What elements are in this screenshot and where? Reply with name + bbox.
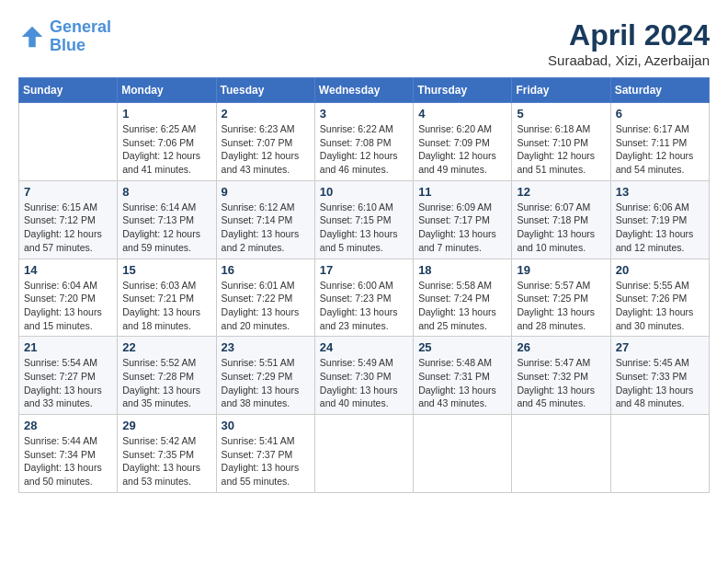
weekday-header-wednesday: Wednesday bbox=[314, 78, 413, 103]
calendar-cell: 15Sunrise: 6:03 AM Sunset: 7:21 PM Dayli… bbox=[118, 259, 216, 337]
day-number: 4 bbox=[418, 107, 506, 121]
calendar-cell: 1Sunrise: 6:25 AM Sunset: 7:06 PM Daylig… bbox=[118, 103, 216, 181]
day-number: 16 bbox=[222, 263, 310, 277]
logo-line1: General bbox=[50, 17, 111, 36]
logo: General Blue bbox=[18, 18, 111, 55]
calendar-cell bbox=[414, 415, 512, 493]
day-info: Sunrise: 6:14 AM Sunset: 7:13 PM Dayligh… bbox=[122, 201, 210, 255]
weekday-header-monday: Monday bbox=[118, 78, 216, 103]
calendar-cell: 11Sunrise: 6:09 AM Sunset: 7:17 PM Dayli… bbox=[414, 180, 512, 259]
day-number: 5 bbox=[517, 107, 605, 121]
calendar-cell: 26Sunrise: 5:47 AM Sunset: 7:32 PM Dayli… bbox=[512, 337, 610, 415]
day-number: 23 bbox=[222, 340, 310, 354]
day-info: Sunrise: 6:01 AM Sunset: 7:22 PM Dayligh… bbox=[222, 279, 310, 333]
day-info: Sunrise: 6:20 AM Sunset: 7:09 PM Dayligh… bbox=[418, 122, 506, 177]
day-number: 15 bbox=[122, 263, 210, 277]
day-number: 24 bbox=[320, 340, 408, 354]
day-info: Sunrise: 6:07 AM Sunset: 7:18 PM Dayligh… bbox=[517, 201, 605, 255]
day-info: Sunrise: 6:06 AM Sunset: 7:19 PM Dayligh… bbox=[616, 201, 704, 255]
calendar-cell: 22Sunrise: 5:52 AM Sunset: 7:28 PM Dayli… bbox=[118, 337, 216, 415]
day-number: 18 bbox=[418, 263, 506, 277]
day-info: Sunrise: 5:48 AM Sunset: 7:31 PM Dayligh… bbox=[418, 356, 506, 410]
calendar-cell: 30Sunrise: 5:41 AM Sunset: 7:37 PM Dayli… bbox=[216, 415, 314, 493]
calendar-cell: 13Sunrise: 6:06 AM Sunset: 7:19 PM Dayli… bbox=[610, 180, 709, 259]
weekday-header-sunday: Sunday bbox=[19, 78, 118, 103]
calendar-cell: 3Sunrise: 6:22 AM Sunset: 7:08 PM Daylig… bbox=[314, 103, 413, 181]
calendar-cell: 19Sunrise: 5:57 AM Sunset: 7:25 PM Dayli… bbox=[512, 259, 610, 337]
calendar-cell: 10Sunrise: 6:10 AM Sunset: 7:15 PM Dayli… bbox=[314, 180, 413, 259]
day-number: 10 bbox=[320, 185, 408, 199]
day-info: Sunrise: 6:00 AM Sunset: 7:23 PM Dayligh… bbox=[320, 279, 408, 333]
location: Suraabad, Xizi, Azerbaijan bbox=[548, 52, 710, 68]
day-number: 22 bbox=[122, 340, 210, 354]
day-number: 2 bbox=[222, 107, 310, 121]
calendar-cell bbox=[512, 415, 610, 493]
calendar-table: SundayMondayTuesdayWednesdayThursdayFrid… bbox=[18, 77, 710, 493]
calendar-cell: 25Sunrise: 5:48 AM Sunset: 7:31 PM Dayli… bbox=[414, 337, 512, 415]
day-number: 21 bbox=[24, 340, 112, 354]
day-number: 19 bbox=[517, 263, 605, 277]
calendar-cell: 4Sunrise: 6:20 AM Sunset: 7:09 PM Daylig… bbox=[414, 103, 512, 181]
day-number: 8 bbox=[122, 185, 210, 199]
calendar-cell: 21Sunrise: 5:54 AM Sunset: 7:27 PM Dayli… bbox=[19, 337, 118, 415]
day-info: Sunrise: 6:12 AM Sunset: 7:14 PM Dayligh… bbox=[222, 201, 310, 255]
day-info: Sunrise: 6:18 AM Sunset: 7:10 PM Dayligh… bbox=[517, 122, 605, 177]
calendar-cell: 8Sunrise: 6:14 AM Sunset: 7:13 PM Daylig… bbox=[118, 180, 216, 259]
calendar-cell bbox=[19, 103, 118, 181]
day-info: Sunrise: 5:58 AM Sunset: 7:24 PM Dayligh… bbox=[418, 279, 506, 333]
weekday-header-row: SundayMondayTuesdayWednesdayThursdayFrid… bbox=[19, 78, 710, 103]
day-info: Sunrise: 6:15 AM Sunset: 7:12 PM Dayligh… bbox=[24, 201, 112, 255]
day-info: Sunrise: 5:54 AM Sunset: 7:27 PM Dayligh… bbox=[24, 356, 112, 410]
calendar-week-row: 28Sunrise: 5:44 AM Sunset: 7:34 PM Dayli… bbox=[19, 415, 710, 493]
day-info: Sunrise: 5:41 AM Sunset: 7:37 PM Dayligh… bbox=[222, 434, 310, 488]
day-info: Sunrise: 5:49 AM Sunset: 7:30 PM Dayligh… bbox=[320, 356, 408, 410]
weekday-header-tuesday: Tuesday bbox=[216, 78, 314, 103]
weekday-header-friday: Friday bbox=[512, 78, 610, 103]
day-info: Sunrise: 6:25 AM Sunset: 7:06 PM Dayligh… bbox=[122, 122, 210, 177]
day-info: Sunrise: 6:09 AM Sunset: 7:17 PM Dayligh… bbox=[418, 201, 506, 255]
calendar-cell: 14Sunrise: 6:04 AM Sunset: 7:20 PM Dayli… bbox=[19, 259, 118, 337]
day-number: 30 bbox=[222, 419, 310, 432]
calendar-cell: 9Sunrise: 6:12 AM Sunset: 7:14 PM Daylig… bbox=[216, 180, 314, 259]
weekday-header-saturday: Saturday bbox=[610, 78, 709, 103]
day-info: Sunrise: 6:17 AM Sunset: 7:11 PM Dayligh… bbox=[616, 122, 704, 177]
calendar-cell: 27Sunrise: 5:45 AM Sunset: 7:33 PM Dayli… bbox=[610, 337, 709, 415]
calendar-week-row: 14Sunrise: 6:04 AM Sunset: 7:20 PM Dayli… bbox=[19, 259, 710, 337]
calendar-cell: 17Sunrise: 6:00 AM Sunset: 7:23 PM Dayli… bbox=[314, 259, 413, 337]
day-number: 28 bbox=[24, 419, 112, 432]
calendar-week-row: 7Sunrise: 6:15 AM Sunset: 7:12 PM Daylig… bbox=[19, 180, 710, 259]
calendar-cell: 18Sunrise: 5:58 AM Sunset: 7:24 PM Dayli… bbox=[414, 259, 512, 337]
calendar-cell bbox=[314, 415, 413, 493]
weekday-header-thursday: Thursday bbox=[414, 78, 512, 103]
logo-line2: Blue bbox=[50, 36, 85, 54]
calendar-week-row: 1Sunrise: 6:25 AM Sunset: 7:06 PM Daylig… bbox=[19, 103, 710, 181]
day-info: Sunrise: 6:22 AM Sunset: 7:08 PM Dayligh… bbox=[320, 122, 408, 177]
day-info: Sunrise: 6:03 AM Sunset: 7:21 PM Dayligh… bbox=[122, 279, 210, 333]
day-info: Sunrise: 5:55 AM Sunset: 7:26 PM Dayligh… bbox=[616, 279, 704, 333]
calendar-cell bbox=[610, 415, 709, 493]
day-number: 11 bbox=[418, 185, 506, 199]
day-info: Sunrise: 6:04 AM Sunset: 7:20 PM Dayligh… bbox=[24, 279, 112, 333]
day-number: 20 bbox=[616, 263, 704, 277]
day-number: 7 bbox=[24, 185, 112, 199]
day-info: Sunrise: 5:47 AM Sunset: 7:32 PM Dayligh… bbox=[517, 356, 605, 410]
day-number: 25 bbox=[418, 340, 506, 354]
calendar-cell: 2Sunrise: 6:23 AM Sunset: 7:07 PM Daylig… bbox=[216, 103, 314, 181]
day-info: Sunrise: 6:10 AM Sunset: 7:15 PM Dayligh… bbox=[320, 201, 408, 255]
day-number: 1 bbox=[122, 107, 210, 121]
calendar-cell: 29Sunrise: 5:42 AM Sunset: 7:35 PM Dayli… bbox=[118, 415, 216, 493]
calendar-cell: 6Sunrise: 6:17 AM Sunset: 7:11 PM Daylig… bbox=[610, 103, 709, 181]
day-number: 29 bbox=[122, 419, 210, 432]
day-number: 17 bbox=[320, 263, 408, 277]
calendar-cell: 24Sunrise: 5:49 AM Sunset: 7:30 PM Dayli… bbox=[314, 337, 413, 415]
day-info: Sunrise: 5:51 AM Sunset: 7:29 PM Dayligh… bbox=[222, 356, 310, 410]
calendar-cell: 28Sunrise: 5:44 AM Sunset: 7:34 PM Dayli… bbox=[19, 415, 118, 493]
calendar-cell: 23Sunrise: 5:51 AM Sunset: 7:29 PM Dayli… bbox=[216, 337, 314, 415]
calendar-cell: 5Sunrise: 6:18 AM Sunset: 7:10 PM Daylig… bbox=[512, 103, 610, 181]
calendar-cell: 20Sunrise: 5:55 AM Sunset: 7:26 PM Dayli… bbox=[610, 259, 709, 337]
day-info: Sunrise: 5:45 AM Sunset: 7:33 PM Dayligh… bbox=[616, 356, 704, 410]
day-number: 27 bbox=[616, 340, 704, 354]
calendar-cell: 16Sunrise: 6:01 AM Sunset: 7:22 PM Dayli… bbox=[216, 259, 314, 337]
day-info: Sunrise: 6:23 AM Sunset: 7:07 PM Dayligh… bbox=[222, 122, 310, 177]
day-number: 9 bbox=[222, 185, 310, 199]
